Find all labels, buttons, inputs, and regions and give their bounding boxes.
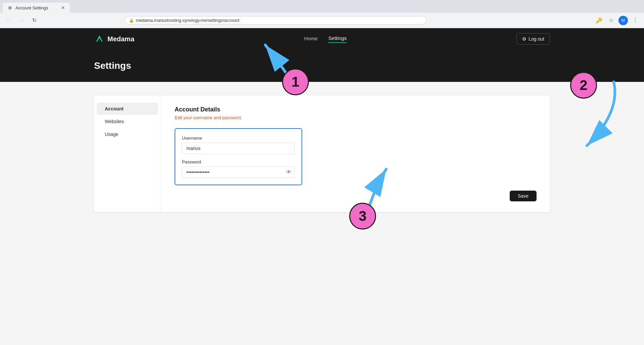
url-text: medama.mariushosting.synology.me/setting… [136,18,239,23]
username-group: Username [182,136,295,154]
password-group: Password 👁 [182,159,295,178]
header-nav: Medama Home Settings ⚙ Log out [0,28,644,50]
logout-label: Log out [528,36,544,42]
nav-settings[interactable]: Settings [328,35,347,43]
gear-icon: ⚙ [522,36,526,42]
password-wrapper: 👁 [182,166,295,178]
section-description: Edit your username and password. [175,115,537,120]
nav-links: Home Settings [304,35,347,43]
logo-text: Medama [107,35,134,43]
tab-close-button[interactable]: ✕ [61,5,65,10]
account-details-section: Account Details Edit your username and p… [161,95,550,212]
account-form: Username Password 👁 [175,128,302,185]
sidebar-item-websites[interactable]: Websites [97,115,158,128]
address-bar[interactable]: 🔒 medama.mariushosting.synology.me/setti… [125,16,427,24]
browser-nav-right: 🔑 ☆ M ⋮ [594,16,640,25]
logout-button[interactable]: ⚙ Log out [516,33,550,45]
reload-button[interactable]: ↻ [30,16,39,25]
logo-icon [94,34,105,44]
main-content: Account Websites Usage Account Details E… [0,82,644,283]
header-settings-area: Settings [0,50,644,82]
logo[interactable]: Medama [94,34,134,44]
username-input[interactable] [182,143,295,154]
save-row: Save [175,191,537,201]
password-icon-button[interactable]: 🔑 [594,16,604,25]
sidebar-item-usage[interactable]: Usage [97,128,158,140]
profile-button[interactable]: M [618,16,628,25]
menu-button[interactable]: ⋮ [631,16,640,25]
active-tab[interactable]: ⚙ Account Settings ✕ [3,3,70,13]
forward-button[interactable]: → [17,16,26,25]
section-title: Account Details [175,106,537,113]
save-button[interactable]: Save [510,191,537,201]
tab-favicon: ⚙ [7,5,13,10]
app-header: Medama Home Settings ⚙ Log out Settings [0,28,644,82]
page-title: Settings [94,60,550,71]
tab-bar: ⚙ Account Settings ✕ [0,0,644,13]
browser-nav-bar: ← → ↻ 🔒 medama.mariushosting.synology.me… [0,13,644,28]
nav-home[interactable]: Home [304,36,318,43]
password-input[interactable] [182,166,295,178]
settings-sidebar: Account Websites Usage [94,95,161,212]
username-label: Username [182,136,295,141]
sidebar-item-account[interactable]: Account [97,103,158,115]
settings-card: Account Websites Usage Account Details E… [94,95,550,212]
bookmark-button[interactable]: ☆ [606,16,616,25]
tab-title: Account Settings [15,5,48,10]
back-button[interactable]: ← [4,16,13,25]
password-label: Password [182,159,295,164]
lock-icon: 🔒 [129,18,134,23]
browser-chrome: ⚙ Account Settings ✕ ← → ↻ 🔒 medama.mari… [0,0,644,28]
toggle-password-button[interactable]: 👁 [286,169,291,175]
